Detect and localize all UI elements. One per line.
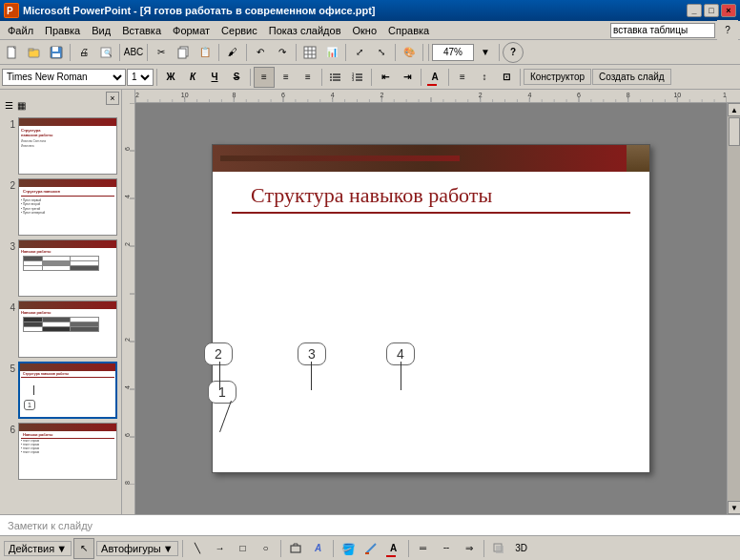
fill-color-button[interactable]: 🪣: [338, 538, 359, 559]
align-left-button[interactable]: ≡: [254, 67, 275, 88]
menu-insert[interactable]: Вставка: [116, 23, 167, 38]
new-button[interactable]: [2, 42, 23, 63]
search-input[interactable]: [610, 23, 715, 38]
oval-button[interactable]: ○: [256, 538, 277, 559]
outline-view-icon[interactable]: ☰: [4, 99, 14, 112]
underline-button[interactable]: Ч: [204, 67, 225, 88]
maximize-button[interactable]: □: [704, 4, 719, 17]
insert-table-button[interactable]: [299, 42, 320, 63]
copy-button[interactable]: [173, 42, 194, 63]
slide-item-6[interactable]: 6 Навыки работы • текст строки• текст ст…: [4, 423, 117, 480]
menu-edit[interactable]: Правка: [39, 23, 86, 38]
window-controls[interactable]: _ □ ×: [687, 4, 736, 17]
redo-button[interactable]: ↷: [272, 42, 293, 63]
3d-button[interactable]: 3D: [511, 538, 532, 559]
scroll-down-button[interactable]: ▼: [728, 501, 740, 514]
color-scheme-button[interactable]: 🎨: [399, 42, 420, 63]
cut-button[interactable]: ✂: [151, 42, 172, 63]
close-button[interactable]: ×: [721, 4, 736, 17]
autoshapes-menu[interactable]: Автофигуры ▼: [96, 541, 177, 556]
format-painter-button[interactable]: 🖌: [222, 42, 243, 63]
notes-placeholder[interactable]: Заметки к слайду: [8, 520, 92, 531]
arrow-style-button[interactable]: ⇒: [459, 538, 480, 559]
sozdat-button[interactable]: Создать слайд: [592, 69, 671, 85]
slide-item-3[interactable]: 3 Навыки работы: [4, 239, 117, 297]
slide-number-4: 4: [4, 302, 15, 313]
actions-dropdown-icon: ▼: [56, 543, 67, 554]
spell-check-button[interactable]: ABC: [123, 42, 144, 63]
panel-close-button[interactable]: ×: [106, 92, 119, 105]
search-button[interactable]: ?: [717, 20, 738, 41]
konstruktor-button[interactable]: Конструктор: [524, 69, 591, 85]
slide-thumb-4[interactable]: Навыки работы: [18, 301, 117, 358]
expand-button[interactable]: ⤢: [349, 42, 370, 63]
indent-increase-button[interactable]: ⇥: [397, 67, 418, 88]
slide-canvas-area[interactable]: Структура навыков работы: [135, 103, 727, 514]
autoshapes-dropdown-icon: ▼: [163, 543, 174, 554]
bold-button[interactable]: Ж: [160, 67, 181, 88]
slide-thumb-3[interactable]: Навыки работы: [18, 239, 117, 297]
align-right-button[interactable]: ≡: [298, 67, 319, 88]
slide-thumb-1[interactable]: Структуранавыков работы Иванова Светлана…: [18, 117, 117, 175]
undo-button[interactable]: ↶: [250, 42, 271, 63]
slide-thumb-5[interactable]: Структура навыков работы 1: [18, 362, 117, 419]
font-selector[interactable]: Times New Roman: [2, 69, 126, 86]
slide-item-2[interactable]: 2 Структура навыков • Пункт первый• Пунк…: [4, 178, 117, 236]
scroll-thumb-v[interactable]: [729, 117, 740, 146]
italic-button[interactable]: К: [182, 67, 203, 88]
open-button[interactable]: [24, 42, 45, 63]
insert-chart-button[interactable]: 📊: [321, 42, 342, 63]
svg-text:🔍: 🔍: [104, 49, 113, 57]
save-button[interactable]: [46, 42, 67, 63]
slide-thumb-6[interactable]: Навыки работы • текст строки• текст стро…: [18, 423, 117, 480]
slide-thumb-2[interactable]: Структура навыков • Пункт первый• Пункт …: [18, 178, 117, 236]
menu-format[interactable]: Формат: [167, 23, 216, 38]
indent-decrease-button[interactable]: ⇤: [375, 67, 396, 88]
window-title: Microsoft PowerPoint - [Я готов работать…: [23, 5, 687, 16]
scroll-up-button[interactable]: ▲: [728, 103, 740, 116]
text-direction-button[interactable]: ↕: [474, 67, 495, 88]
dash-style-button[interactable]: ╌: [436, 538, 457, 559]
rect-button[interactable]: □: [233, 538, 254, 559]
minimize-button[interactable]: _: [687, 4, 702, 17]
shadow-button[interactable]: [488, 538, 509, 559]
menu-file[interactable]: Файл: [2, 23, 39, 38]
zoom-dropdown[interactable]: ▼: [475, 42, 496, 63]
actions-menu[interactable]: Действия ▼: [4, 541, 72, 556]
font-size-selector[interactable]: 18: [127, 69, 154, 86]
slide-item-1[interactable]: 1 Структуранавыков работы Иванова Светла…: [4, 117, 117, 175]
strikethrough-button[interactable]: S: [226, 67, 247, 88]
text-layout-button[interactable]: ⊡: [496, 67, 517, 88]
align-distribute-button[interactable]: ≡: [452, 67, 473, 88]
line-style-button[interactable]: ═: [413, 538, 434, 559]
arrow-button[interactable]: →: [210, 538, 231, 559]
content-area: Структура навыков работы ▲ ▼: [122, 90, 740, 514]
bullet-list-button[interactable]: [325, 67, 346, 88]
font-color-btn2[interactable]: A: [383, 538, 404, 559]
font-color-button[interactable]: A: [424, 67, 445, 88]
menu-window[interactable]: Окно: [347, 23, 383, 38]
zoom-input[interactable]: [432, 44, 474, 61]
slide-item-5[interactable]: 5 Структура навыков работы 1: [4, 362, 117, 419]
wordart-button[interactable]: A: [308, 538, 329, 559]
text-box-button[interactable]: [285, 538, 306, 559]
help-button[interactable]: ?: [503, 42, 524, 63]
menu-slideshow[interactable]: Показ слайдов: [263, 23, 347, 38]
menu-bar: Файл Правка Вид Вставка Формат Сервис По…: [0, 21, 740, 40]
print-preview-button[interactable]: 🔍: [95, 42, 116, 63]
print-button[interactable]: 🖨: [73, 42, 94, 63]
align-center-button[interactable]: ≡: [276, 67, 297, 88]
slide-view-icon[interactable]: ▦: [16, 99, 27, 112]
paste-button[interactable]: 📋: [195, 42, 216, 63]
number-list-button[interactable]: 123: [347, 67, 368, 88]
cursor-button[interactable]: ↖: [73, 538, 94, 559]
scroll-track-v[interactable]: [728, 116, 740, 501]
slide-header-bar: [213, 145, 649, 172]
line-button[interactable]: ╲: [187, 538, 208, 559]
menu-view[interactable]: Вид: [86, 23, 116, 38]
line-color-button[interactable]: [360, 538, 381, 559]
shrink-button[interactable]: ⤡: [371, 42, 392, 63]
menu-help[interactable]: Справка: [382, 23, 435, 38]
slide-item-4[interactable]: 4 Навыки работы: [4, 301, 117, 358]
menu-tools[interactable]: Сервис: [216, 23, 263, 38]
